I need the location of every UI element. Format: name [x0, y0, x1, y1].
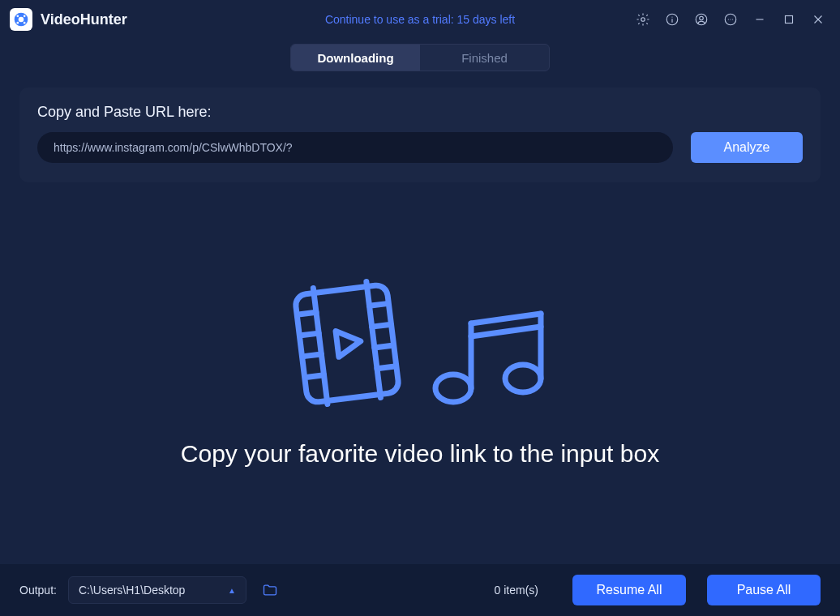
svg-point-6: [641, 18, 645, 22]
open-folder-button[interactable]: [258, 578, 282, 602]
tab-downloading[interactable]: Downloading: [291, 45, 420, 71]
svg-line-28: [372, 325, 388, 327]
svg-point-13: [728, 19, 729, 19]
empty-illustration: [286, 278, 554, 408]
output-path-dropdown[interactable]: C:\Users\H1\Desktop ▲: [68, 576, 246, 604]
tab-group: Downloading Finished: [290, 44, 550, 71]
url-row: Analyze: [37, 132, 803, 163]
footer-bar: Output: C:\Users\H1\Desktop ▲ 0 item(s) …: [0, 564, 840, 616]
chevron-up-icon: ▲: [228, 586, 236, 595]
svg-line-37: [471, 327, 541, 336]
svg-point-11: [700, 16, 704, 20]
svg-marker-31: [336, 328, 362, 357]
svg-line-24: [302, 333, 319, 335]
svg-line-26: [308, 375, 324, 377]
svg-point-4: [17, 22, 19, 24]
svg-point-2: [17, 15, 19, 18]
app-name: VideoHunter: [41, 11, 127, 28]
resume-all-button[interactable]: Resume All: [572, 575, 686, 605]
svg-line-27: [370, 304, 386, 306]
svg-point-14: [730, 19, 731, 19]
svg-line-36: [471, 314, 541, 323]
empty-message: Copy your favorite video link to the inp…: [181, 440, 659, 468]
item-count: 0 item(s): [495, 584, 538, 597]
url-input[interactable]: [37, 132, 673, 163]
maximize-button[interactable]: [777, 7, 801, 32]
svg-line-25: [305, 354, 321, 356]
tabs-row: Downloading Finished: [0, 39, 840, 79]
svg-point-32: [435, 374, 471, 402]
minimize-button[interactable]: [748, 7, 772, 32]
svg-line-30: [377, 366, 393, 368]
feedback-icon[interactable]: [718, 7, 743, 32]
user-icon[interactable]: [689, 7, 714, 32]
svg-rect-17: [786, 16, 793, 24]
output-path-text: C:\Users\H1\Desktop: [79, 584, 185, 597]
music-note-icon: [424, 302, 554, 408]
output-label: Output:: [19, 584, 57, 597]
svg-line-23: [300, 312, 316, 314]
url-panel: Copy and Paste URL here: Analyze: [19, 88, 821, 182]
pause-all-button[interactable]: Pause All: [707, 575, 821, 605]
empty-state: Copy your favorite video link to the inp…: [0, 182, 840, 563]
tab-finished[interactable]: Finished: [420, 45, 549, 71]
window-controls: [631, 7, 830, 32]
svg-point-1: [19, 17, 24, 23]
svg-point-33: [505, 365, 541, 392]
info-icon[interactable]: [660, 7, 684, 32]
svg-point-3: [24, 15, 26, 18]
svg-point-9: [671, 16, 672, 17]
svg-point-15: [732, 19, 733, 19]
svg-point-5: [24, 22, 26, 24]
app-logo: [10, 8, 32, 31]
analyze-button[interactable]: Analyze: [691, 132, 803, 163]
settings-icon[interactable]: [631, 7, 655, 32]
trial-status[interactable]: Continue to use as a trial: 15 days left: [325, 13, 515, 26]
svg-line-22: [366, 282, 381, 398]
title-bar: VideoHunter Continue to use as a trial: …: [0, 0, 840, 39]
url-label: Copy and Paste URL here:: [37, 104, 803, 121]
close-button[interactable]: [806, 7, 830, 32]
film-icon: [286, 278, 408, 408]
svg-line-29: [375, 345, 391, 347]
svg-line-21: [313, 289, 328, 404]
